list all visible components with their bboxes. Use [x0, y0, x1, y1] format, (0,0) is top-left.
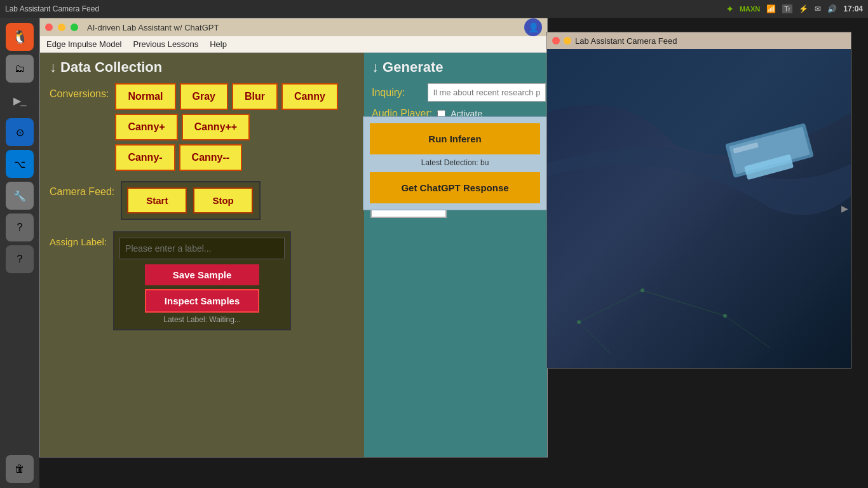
camera-titlebar: Lab Assistant Camera Feed	[547, 32, 851, 49]
menu-bar: Edge Impulse Model Previous Lessons Help	[40, 36, 547, 53]
browser-title: AI-driven Lab Assistant w/ ChatGPT	[87, 23, 219, 32]
svg-point-19	[577, 320, 581, 324]
browser-titlebar: AI-driven Lab Assistant w/ ChatGPT 👤	[40, 18, 547, 36]
normal-button[interactable]: Normal	[115, 83, 175, 110]
svg-point-20	[641, 288, 644, 292]
canny-minus-button[interactable]: Canny-	[115, 144, 175, 171]
camera-section: Camera Feed: Start Stop	[50, 181, 355, 226]
taskbar: Lab Assistant Camera Feed ✦ MAXN 📶 Tr ⚡ …	[0, 0, 868, 18]
generate-panel: ↓ Generate Inquiry: Audio Player: Activa…	[364, 53, 547, 457]
bluetooth-icon: ⚡	[799, 4, 808, 13]
clock: 17:04	[843, 4, 863, 13]
latest-label-text: Latest Label: Waiting...	[119, 315, 285, 324]
start-button[interactable]: Start	[127, 187, 187, 214]
nvidia-label: MAXN	[740, 5, 760, 13]
canny-minusminus-button[interactable]: Canny--	[179, 144, 243, 171]
cam-close-button[interactable]	[552, 37, 560, 44]
nvidia-icon: ✦	[726, 4, 733, 14]
inference-panel: Run Inferen Latest Detection: bu Get Cha…	[363, 116, 547, 210]
browser-window: AI-driven Lab Assistant w/ ChatGPT 👤 Edg…	[39, 18, 548, 458]
volume-icon: 🔊	[827, 4, 837, 13]
camera-feed-window: Lab Assistant Camera Feed	[546, 32, 851, 369]
vscode-dock-icon[interactable]: ⌥	[6, 150, 34, 178]
minimize-button[interactable]	[58, 24, 65, 31]
inquiry-label: Inquiry:	[372, 87, 423, 98]
mail-icon: ✉	[815, 4, 821, 13]
help-dock-icon[interactable]: ?	[6, 214, 34, 241]
user-avatar[interactable]: 👤	[524, 18, 542, 36]
dock: 🐧 🗂 ▶_ ⊙ ⌥ 🔧 ? ? 🗑	[0, 18, 39, 488]
close-button[interactable]	[45, 24, 53, 31]
files-dock-icon[interactable]: 🗂	[6, 55, 34, 83]
taskbar-right: ✦ MAXN 📶 Tr ⚡ ✉ 🔊 17:04	[726, 4, 863, 14]
cam-minimize-button[interactable]	[564, 37, 571, 44]
main-content: ↓ Data Collection Conversions: Normal Gr…	[40, 53, 547, 457]
chrome-dock-icon[interactable]: ⊙	[6, 118, 34, 146]
conversions-label: Conversions:	[50, 88, 109, 100]
taskbar-title: Lab Assistant Camera Feed	[5, 4, 99, 13]
camera-feed-background	[547, 49, 851, 368]
text-icon: Tr	[782, 4, 792, 13]
inquiry-input[interactable]	[428, 83, 546, 102]
camera-window-title: Lab Assistant Camera Feed	[575, 36, 677, 46]
gray-button[interactable]: Gray	[180, 83, 228, 110]
inquiry-field: Inquiry:	[372, 83, 546, 102]
conversion-buttons: Normal Gray Blur Canny Canny+ Canny++ Ca…	[115, 83, 338, 175]
label-input[interactable]	[119, 238, 285, 259]
conversion-row-3: Canny- Canny--	[115, 144, 338, 171]
assign-label-section: Assign Label: Save Sample Inspect Sample…	[50, 231, 355, 330]
canny-button[interactable]: Canny	[281, 83, 338, 110]
menu-edge-impulse[interactable]: Edge Impulse Model	[46, 39, 122, 49]
save-sample-button[interactable]: Save Sample	[145, 264, 259, 285]
maximize-button[interactable]	[71, 24, 78, 31]
canny-plusplus-button[interactable]: Canny++	[182, 114, 250, 140]
conversion-row-2: Canny+ Canny++	[115, 114, 338, 140]
chatgpt-response-button[interactable]: Get ChatGPT Response	[370, 172, 540, 203]
label-section: Save Sample Inspect Samples Latest Label…	[113, 231, 291, 330]
conversion-row-1: Normal Gray Blur Canny	[115, 83, 338, 110]
blur-button[interactable]: Blur	[232, 83, 278, 110]
camera-feed-label: Camera Feed:	[50, 186, 114, 198]
ubuntu-dock-icon[interactable]: 🐧	[6, 23, 34, 51]
menu-help[interactable]: Help	[210, 39, 227, 49]
terminal-dock-icon[interactable]: ▶_	[6, 86, 34, 114]
assign-label-label: Assign Label:	[50, 236, 107, 247]
taskbar-left: Lab Assistant Camera Feed	[5, 4, 99, 13]
stop-button[interactable]: Stop	[193, 187, 252, 214]
data-collection-title: ↓ Data Collection	[50, 59, 355, 76]
help2-dock-icon[interactable]: ?	[6, 245, 34, 273]
menu-previous-lessons[interactable]: Previous Lessons	[133, 39, 199, 49]
data-collection-panel: ↓ Data Collection Conversions: Normal Gr…	[40, 53, 364, 457]
camera-feed-area: ▶	[547, 49, 851, 368]
svg-point-21	[723, 314, 727, 318]
settings-dock-icon[interactable]: 🔧	[6, 182, 34, 210]
scroll-indicator: ▶	[841, 203, 848, 214]
run-inference-button[interactable]: Run Inferen	[370, 123, 540, 154]
latest-detection: Latest Detection: bu	[370, 158, 540, 167]
generate-title: ↓ Generate	[372, 59, 546, 76]
trash-dock-icon[interactable]: 🗑	[6, 455, 34, 483]
wifi-icon: 📶	[766, 4, 776, 13]
inspect-samples-button[interactable]: Inspect Samples	[145, 289, 259, 313]
canny-plus-button[interactable]: Canny+	[115, 114, 177, 140]
conversions-section: Conversions: Normal Gray Blur Canny Cann…	[50, 83, 355, 175]
camera-controls: Start Stop	[121, 181, 261, 220]
